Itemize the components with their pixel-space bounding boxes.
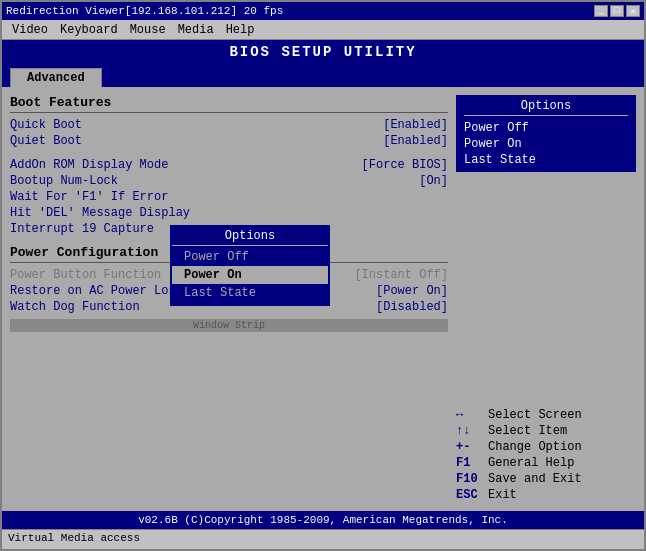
dropdown-item-power-off[interactable]: Power Off	[172, 248, 328, 266]
tab-bar: Advanced	[2, 64, 644, 87]
row-quick-boot: Quick Boot [Enabled]	[10, 117, 448, 133]
title-bar-buttons: _ □ ✕	[594, 5, 640, 17]
dropdown-items: Power Off Power On Last State	[172, 246, 328, 304]
tab-advanced[interactable]: Advanced	[10, 68, 102, 87]
title-bar: Redirection Viewer[192.168.101.212] 20 f…	[2, 2, 644, 20]
key-general-help: F1 General Help	[456, 455, 636, 471]
key-select-screen: ↔ Select Screen	[456, 407, 636, 423]
minimize-button[interactable]: _	[594, 5, 608, 17]
row-quiet-boot: Quiet Boot [Enabled]	[10, 133, 448, 149]
key-select-item: ↑↓ Select Item	[456, 423, 636, 439]
keys-box: ↔ Select Screen ↑↓ Select Item +- Change…	[456, 407, 636, 503]
right-panel: Options Power Off Power On Last State ↔ …	[456, 95, 636, 503]
window-title: Redirection Viewer[192.168.101.212] 20 f…	[6, 5, 283, 17]
option-last-state: Last State	[464, 152, 628, 168]
row-bootup-numlock: Bootup Num-Lock [On]	[10, 173, 448, 189]
close-button[interactable]: ✕	[626, 5, 640, 17]
status-text: Virtual Media access	[8, 532, 140, 544]
dropdown-item-last-state[interactable]: Last State	[172, 284, 328, 302]
row-hit-del: Hit 'DEL' Message Display	[10, 205, 448, 221]
section-boot-features: Boot Features	[10, 95, 448, 113]
menu-mouse[interactable]: Mouse	[124, 22, 172, 38]
row-addon-rom: AddOn ROM Display Mode [Force BIOS]	[10, 157, 448, 173]
menu-video[interactable]: Video	[6, 22, 54, 38]
row-wait-f1: Wait For 'F1' If Error	[10, 189, 448, 205]
menu-help[interactable]: Help	[220, 22, 261, 38]
bios-container: BIOS SETUP UTILITY Advanced Boot Feature…	[2, 40, 644, 529]
left-panel: Boot Features Quick Boot [Enabled] Quiet…	[10, 95, 448, 503]
key-save-exit: F10 Save and Exit	[456, 471, 636, 487]
options-title: Options	[464, 99, 628, 116]
menu-bar: Video Keyboard Mouse Media Help	[2, 20, 644, 40]
option-power-on: Power On	[464, 136, 628, 152]
menu-keyboard[interactable]: Keyboard	[54, 22, 124, 38]
maximize-button[interactable]: □	[610, 5, 624, 17]
key-esc: ESC Exit	[456, 487, 636, 503]
dropdown-title: Options	[172, 227, 328, 246]
option-power-off: Power Off	[464, 120, 628, 136]
dropdown-overlay: Options Power Off Power On Last State	[170, 225, 330, 306]
bios-footer: v02.6B (C)Copyright 1985-2009, American …	[2, 511, 644, 529]
options-box: Options Power Off Power On Last State	[456, 95, 636, 172]
main-content: Boot Features Quick Boot [Enabled] Quiet…	[2, 87, 644, 511]
window-strip: Window Strip	[10, 319, 448, 332]
key-change-option: +- Change Option	[456, 439, 636, 455]
dropdown-item-power-on[interactable]: Power On	[172, 266, 328, 284]
status-bar: Virtual Media access	[2, 529, 644, 549]
menu-media[interactable]: Media	[172, 22, 220, 38]
bios-header: BIOS SETUP UTILITY	[2, 40, 644, 64]
